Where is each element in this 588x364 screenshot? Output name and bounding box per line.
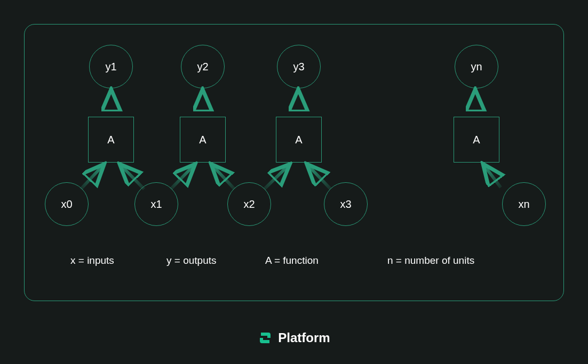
- svg-line-9: [264, 166, 288, 189]
- output-node-y1: y1: [89, 45, 133, 88]
- node-label: x1: [150, 198, 162, 211]
- legend-a: A = function: [265, 255, 319, 266]
- brand-name: Platform: [278, 330, 330, 345]
- function-node-a3: A: [276, 117, 322, 163]
- node-label: yn: [471, 61, 482, 73]
- node-label: A: [295, 134, 302, 146]
- function-node-a1: A: [88, 117, 134, 163]
- legend-text: x = inputs: [70, 255, 114, 266]
- svg-line-8: [213, 166, 235, 189]
- node-label: A: [473, 134, 480, 146]
- output-node-y3: y3: [277, 45, 321, 88]
- legend-text: A = function: [265, 255, 319, 266]
- node-label: y2: [197, 61, 208, 73]
- legend-y: y = outputs: [166, 255, 216, 266]
- node-label: xn: [518, 198, 529, 211]
- output-node-yn: yn: [455, 45, 498, 88]
- output-node-y2: y2: [181, 45, 225, 88]
- input-node-x1: x1: [134, 182, 178, 226]
- svg-line-10: [309, 166, 331, 189]
- diagram: y1 y2 y3 yn A A A A x0 x1 x2: [25, 25, 563, 301]
- input-node-xn: xn: [502, 182, 546, 226]
- function-node-an: A: [454, 117, 499, 163]
- legend-text: y = outputs: [166, 255, 216, 266]
- brand-logo: Platform: [0, 330, 588, 345]
- legend-text: n = number of units: [387, 255, 474, 266]
- input-node-x0: x0: [45, 182, 89, 226]
- node-label: A: [107, 134, 114, 146]
- node-label: y3: [293, 61, 304, 73]
- input-node-x2: x2: [227, 182, 271, 226]
- node-label: x0: [61, 198, 72, 211]
- node-label: x2: [243, 198, 255, 211]
- svg-line-6: [122, 166, 144, 189]
- node-label: y1: [105, 61, 116, 73]
- function-node-a2: A: [180, 117, 226, 163]
- svg-line-5: [81, 166, 102, 189]
- svg-line-11: [485, 166, 501, 188]
- legend-n: n = number of units: [387, 255, 474, 266]
- platform-icon: [258, 330, 273, 345]
- legend-x: x = inputs: [70, 255, 114, 266]
- node-label: x3: [340, 198, 351, 211]
- node-label: A: [199, 134, 206, 146]
- svg-line-7: [171, 166, 193, 189]
- input-node-x3: x3: [324, 182, 368, 226]
- diagram-container: y1 y2 y3 yn A A A A x0 x1 x2: [24, 24, 564, 301]
